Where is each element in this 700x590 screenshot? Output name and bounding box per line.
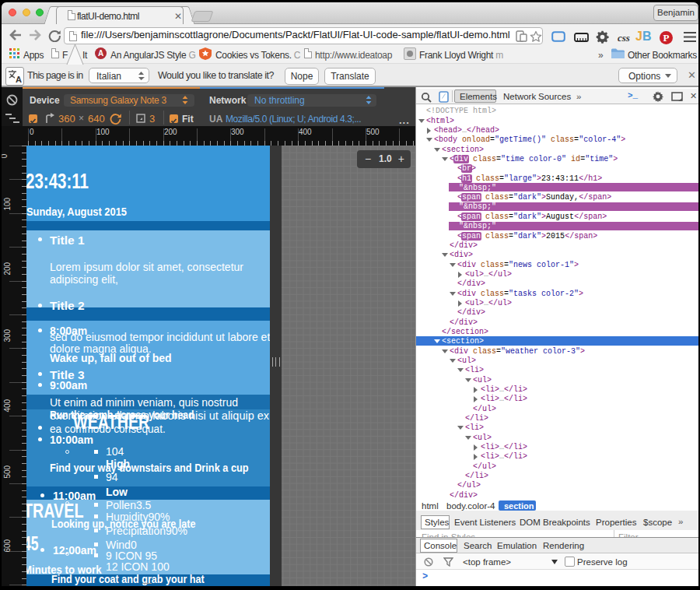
svg-text:A: A	[16, 75, 22, 84]
